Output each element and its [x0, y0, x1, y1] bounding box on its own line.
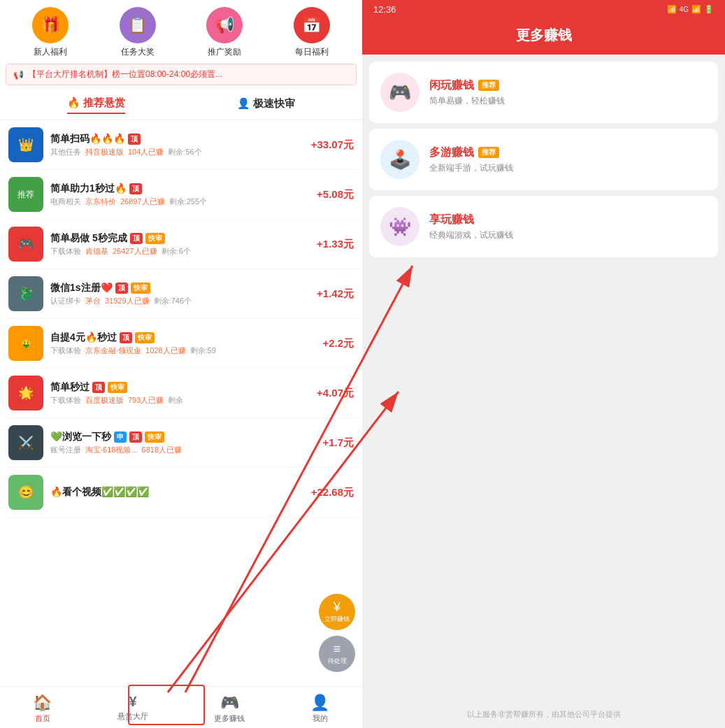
xiangwan-desc: 经典端游戏，试玩赚钱: [429, 229, 513, 241]
task-subtitle-4: 下载体验 京东金融·领现金 1028人已赚 剩余:59: [50, 345, 315, 356]
task-subtitle-3: 认证绑卡 茅台 31929人已赚 剩余:746个: [50, 296, 310, 306]
tag-apply-6: 申: [114, 431, 127, 443]
earn-card-xiangwan[interactable]: 👾 享玩赚钱 经典端游戏，试玩赚钱: [369, 196, 718, 257]
task-content-3: 微信1s注册❤️ 顶 快审 认证绑卡 茅台 31929人已赚 剩余:746个: [50, 282, 310, 306]
task-item-5[interactable]: 🌟 简单秒过 顶 快审 下载体验 百度极速版 793人已赚 剩余 +4.07元: [6, 369, 357, 418]
new-user-icon: 🎁: [32, 7, 69, 43]
task-item-0[interactable]: 👑 简单扫码🔥🔥🔥 顶 其他任务 抖音极速版 104人已赚 剩余:56个 +33…: [6, 120, 357, 170]
daily-icon: 📅: [294, 7, 330, 43]
task-reward-6: +1.7元: [322, 436, 354, 450]
task-title-3: 微信1s注册❤️ 顶 快审: [50, 282, 310, 294]
nav-home-label: 首页: [35, 713, 50, 724]
tag-top-1: 顶: [129, 183, 142, 194]
notice-speaker-icon: 📢: [13, 70, 24, 80]
task-avatar-7: 😊: [8, 475, 43, 510]
tag-quick-4: 快审: [135, 332, 155, 343]
tabs-row: 🔥 推荐悬赏 👤 极速快审: [0, 91, 362, 120]
tag-quick-2: 快审: [145, 233, 165, 244]
task-title-1: 简单助力1秒过🔥 顶: [50, 183, 310, 195]
task-reward-3: +1.42元: [317, 287, 354, 301]
xianwan-desc: 简单易赚，轻松赚钱: [429, 95, 505, 107]
tag-top-0: 顶: [128, 134, 141, 145]
top-icon-task[interactable]: 📋 任务大奖: [120, 7, 156, 58]
task-avatar-6: ⚔️: [8, 425, 43, 460]
tab-recommended-label: 🔥 推荐悬赏: [67, 97, 125, 110]
right-footer: 以上服务非赏帮赚所有，由其他公司平台提供: [362, 701, 725, 728]
task-reward-4: +2.2元: [322, 337, 354, 350]
duoyou-text: 多游赚钱 推荐 全新端手游，试玩赚钱: [429, 145, 513, 174]
nav-more-earn-label: 更多赚钱: [214, 713, 245, 724]
promote-label: 推广奖励: [208, 46, 241, 58]
task-reward-0: +33.07元: [311, 138, 354, 152]
nav-hall-label: 悬赏大厅: [117, 711, 148, 722]
nav-more-earn[interactable]: 🎮 更多赚钱: [203, 692, 256, 725]
notice-bar[interactable]: 📢 【平台大厅排名机制】榜一位置08:00-24:00必须置...: [6, 64, 357, 85]
task-content-1: 简单助力1秒过🔥 顶 电商相关 京东特价 26897人已赚 剩余:255个: [50, 183, 310, 207]
task-title-6: 💚浏览一下秒 申 顶 快审: [50, 431, 315, 443]
task-avatar-3: 🐉: [8, 276, 43, 311]
status-time: 12:36: [373, 4, 396, 15]
task-content-6: 💚浏览一下秒 申 顶 快审 账号注册 淘宝·618视频... 6818人已赚: [50, 431, 315, 455]
task-list: 👑 简单扫码🔥🔥🔥 顶 其他任务 抖音极速版 104人已赚 剩余:56个 +33…: [0, 120, 362, 686]
nav-hall[interactable]: ¥ 悬赏大厅: [106, 692, 159, 725]
top-icon-daily[interactable]: 📅 每日福利: [294, 7, 330, 58]
new-user-label: 新人福利: [34, 46, 67, 58]
task-item-2[interactable]: 🎮 简单易做 5秒完成 顶 快审 下载体验 肯德基 26427人已赚 剩余:6个…: [6, 220, 357, 269]
task-label: 任务大奖: [121, 46, 155, 58]
status-bar: 12:36 📶 4G 📶 🔋: [362, 0, 725, 19]
duoyou-badge: 推荐: [478, 147, 499, 158]
task-content-5: 简单秒过 顶 快审 下载体验 百度极速版 793人已赚 剩余: [50, 381, 310, 406]
task-item-7[interactable]: 😊 🔥看个视频✅✅✅✅ +22.68元: [6, 468, 357, 518]
task-item-1[interactable]: 推荐 简单助力1秒过🔥 顶 电商相关 京东特价 26897人已赚 剩余:255个…: [6, 170, 357, 220]
bottom-nav: 🏠 首页 ¥ 悬赏大厅 🎮 更多赚钱 👤 我的: [0, 686, 362, 728]
duoyou-icon: 🕹️: [380, 140, 419, 179]
nav-mine[interactable]: 👤 我的: [299, 692, 340, 725]
top-icon-new-user[interactable]: 🎁 新人福利: [32, 7, 69, 58]
tag-top-6: 顶: [129, 431, 142, 443]
xiangwan-title: 享玩赚钱: [429, 213, 513, 227]
tag-top-3: 顶: [115, 283, 128, 294]
task-reward-1: +5.08元: [317, 188, 354, 201]
top-icons-row: 🎁 新人福利 📋 任务大奖 📢 推广奖励 📅 每日福利: [0, 0, 362, 64]
tab-quick-review[interactable]: 👤 极速快审: [237, 97, 295, 114]
task-avatar-0: 👑: [8, 127, 43, 162]
task-item-4[interactable]: 🤑 自提4元🔥秒过 顶 快审 下载体验 京东金融·领现金 1028人已赚 剩余:…: [6, 319, 357, 369]
task-content-2: 简单易做 5秒完成 顶 快审 下载体验 肯德基 26427人已赚 剩余:6个: [50, 232, 310, 257]
top-icon-promote[interactable]: 📢 推广奖励: [206, 7, 243, 58]
promote-icon: 📢: [206, 7, 243, 43]
pending-btn[interactable]: ≡ 待处理: [319, 636, 355, 672]
xianwan-text: 闲玩赚钱 推荐 简单易赚，轻松赚钱: [429, 78, 505, 107]
task-avatar-2: 🎮: [8, 227, 43, 262]
earn-now-btn[interactable]: ¥ 立即赚钱: [319, 594, 355, 630]
task-title-0: 简单扫码🔥🔥🔥 顶: [50, 133, 304, 145]
task-reward-5: +4.07元: [317, 387, 354, 400]
footer-note: 以上服务非赏帮赚所有，由其他公司平台提供: [467, 710, 621, 718]
task-content-4: 自提4元🔥秒过 顶 快审 下载体验 京东金融·领现金 1028人已赚 剩余:59: [50, 331, 315, 356]
notice-text: 【平台大厅排名机制】榜一位置08:00-24:00必须置...: [28, 69, 222, 80]
right-header: 更多赚钱: [362, 19, 725, 55]
task-subtitle-0: 其他任务 抖音极速版 104人已赚 剩余:56个: [50, 147, 304, 157]
left-panel: 🎁 新人福利 📋 任务大奖 📢 推广奖励 📅 每日福利 📢 【平台大厅排名机制】…: [0, 0, 362, 728]
xianwan-badge: 推荐: [478, 80, 499, 91]
task-avatar-1: 推荐: [8, 177, 43, 212]
task-title-2: 简单易做 5秒完成 顶 快审: [50, 232, 310, 245]
task-subtitle-1: 电商相关 京东特价 26897人已赚 剩余:255个: [50, 197, 310, 207]
task-subtitle-6: 账号注册 淘宝·618视频... 6818人已赚: [50, 445, 315, 455]
task-item-6[interactable]: ⚔️ 💚浏览一下秒 申 顶 快审 账号注册 淘宝·618视频... 6818人已…: [6, 418, 357, 468]
tab-recommended[interactable]: 🔥 推荐悬赏: [67, 97, 125, 114]
float-btn-container: ¥ 立即赚钱 ≡ 待处理: [319, 594, 355, 672]
xiangwan-icon: 👾: [380, 207, 419, 246]
home-icon: 🏠: [33, 694, 52, 712]
earn-card-duoyou[interactable]: 🕹️ 多游赚钱 推荐 全新端手游，试玩赚钱: [369, 129, 718, 190]
more-earn-icon: 🎮: [220, 694, 239, 712]
nav-home[interactable]: 🏠 首页: [22, 692, 63, 725]
tag-top-4: 顶: [120, 332, 132, 343]
task-item-3[interactable]: 🐉 微信1s注册❤️ 顶 快审 认证绑卡 茅台 31929人已赚 剩余:746个…: [6, 269, 357, 319]
tab-quick-review-label: 👤 极速快审: [237, 97, 295, 110]
duoyou-title: 多游赚钱 推荐: [429, 145, 513, 160]
task-content-7: 🔥看个视频✅✅✅✅: [50, 486, 304, 499]
xiangwan-text: 享玩赚钱 经典端游戏，试玩赚钱: [429, 213, 513, 241]
task-avatar-5: 🌟: [8, 376, 43, 411]
tag-quick-3: 快审: [131, 283, 150, 294]
earn-card-xianwan[interactable]: 🎮 闲玩赚钱 推荐 简单易赚，轻松赚钱: [369, 62, 718, 123]
